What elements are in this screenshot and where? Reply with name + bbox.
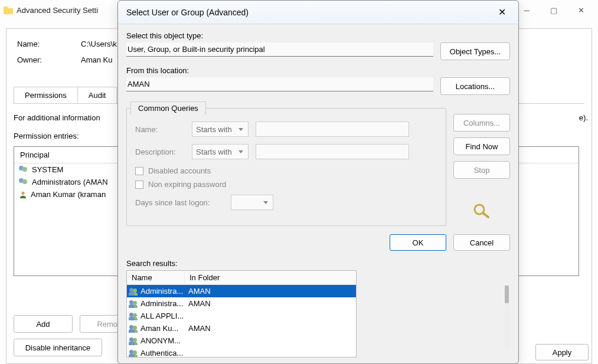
group-icon [19, 166, 28, 174]
result-folder: AMAN [185, 324, 356, 333]
days-since-logon-label: Days since last logon: [135, 198, 224, 207]
group-icon [19, 178, 28, 186]
result-name: Administra... [140, 287, 183, 296]
folder-icon [4, 6, 13, 14]
common-queries-tab[interactable]: Common Queries [130, 101, 206, 115]
user-icon [19, 191, 27, 199]
close-button[interactable]: ✕ [567, 1, 594, 19]
search-results-table[interactable]: Name In Folder Administra...AMANAdminist… [126, 270, 357, 358]
tab-permissions[interactable]: Permissions [14, 87, 78, 103]
object-type-label: Select this object type: [126, 31, 510, 40]
object-types-button[interactable]: Object Types... [440, 42, 510, 60]
days-combo[interactable] [231, 195, 273, 210]
principal-icon [129, 324, 138, 333]
disable-inheritance-button[interactable]: Disable inheritance [14, 339, 102, 356]
location-input[interactable] [126, 77, 433, 91]
results-scrollbar[interactable] [504, 284, 510, 349]
dialog-titlebar: Select User or Group (Advanced) ✕ [118, 1, 518, 24]
result-row[interactable]: Aman Ku...AMAN [127, 322, 356, 335]
principal-icon [129, 312, 138, 320]
result-row[interactable]: ALL APPLI... [127, 310, 356, 322]
entry-label: Aman Kumar (kraman [31, 190, 106, 199]
non-expiring-label: Non expiring password [148, 180, 226, 189]
locations-button[interactable]: Locations... [440, 77, 510, 95]
entry-label: SYSTEM [32, 165, 63, 174]
stop-button[interactable]: Stop [453, 161, 510, 179]
owner-label: Owner: [17, 55, 81, 64]
desc-combo[interactable]: Starts with [192, 144, 249, 159]
result-folder: AMAN [185, 287, 356, 296]
result-name: ALL APPLI... [140, 311, 184, 320]
name-filter-input[interactable] [256, 122, 409, 137]
window-controls: ─ ▢ ✕ [513, 1, 594, 19]
result-name: ANONYM... [140, 336, 181, 345]
disabled-accounts-checkbox[interactable] [135, 167, 143, 175]
ok-button[interactable]: OK [390, 234, 446, 251]
bg-window-title: Advanced Security Setti [17, 6, 98, 15]
maximize-button[interactable]: ▢ [540, 1, 567, 19]
result-name: Authentica... [140, 349, 183, 358]
dialog-title: Select User or Group (Advanced) [126, 8, 249, 17]
result-folder: AMAN [185, 299, 356, 308]
dialog-body: Select this object type: Object Types...… [118, 24, 518, 226]
common-queries-group: Common Queries Name: Starts with Descrip… [126, 108, 446, 226]
principal-icon [129, 300, 138, 308]
trailing-text: e). [579, 113, 588, 122]
result-name: Aman Ku... [140, 324, 178, 333]
col-name-header[interactable]: Name [127, 271, 185, 284]
name-label: Name: [17, 40, 81, 48]
result-row[interactable]: Authentica... [127, 347, 356, 358]
svg-line-2 [483, 213, 488, 217]
disabled-accounts-label: Disabled accounts [148, 166, 211, 175]
name-combo[interactable]: Starts with [192, 122, 249, 137]
owner-value: Aman Ku [81, 55, 112, 64]
result-name: Administra... [140, 299, 183, 308]
principal-icon [129, 287, 138, 296]
result-row[interactable]: ANONYM... [127, 335, 356, 347]
principal-icon [129, 337, 138, 345]
find-now-button[interactable]: Find Now [453, 137, 510, 155]
col-folder-header[interactable]: In Folder [185, 271, 356, 284]
cancel-button[interactable]: Cancel [453, 234, 510, 251]
svg-point-0 [21, 191, 24, 194]
scrollbar-thumb[interactable] [505, 286, 509, 303]
result-row[interactable]: Administra...AMAN [127, 285, 356, 297]
columns-button[interactable]: Columns... [453, 114, 510, 132]
entry-label: Administrators (AMAN [32, 178, 108, 186]
location-label: From this location: [126, 66, 510, 75]
principal-icon [129, 349, 138, 358]
search-results-label: Search results: [118, 259, 518, 270]
query-desc-label: Description: [135, 147, 185, 156]
result-row[interactable]: Administra...AMAN [127, 297, 356, 310]
select-user-dialog: Select User or Group (Advanced) ✕ Select… [117, 0, 519, 364]
tab-auditing[interactable]: Audit [77, 87, 117, 103]
name-value: C:\Users\k [81, 40, 117, 48]
search-icon [472, 202, 491, 221]
results-header: Name In Folder [127, 271, 356, 285]
non-expiring-checkbox[interactable] [135, 181, 143, 189]
add-button[interactable]: Add [14, 315, 73, 333]
query-name-label: Name: [135, 125, 185, 134]
object-type-input[interactable] [126, 42, 433, 57]
bg-tabs: Permissions Audit [14, 87, 116, 103]
desc-filter-input[interactable] [256, 144, 409, 159]
apply-button[interactable]: Apply [535, 344, 589, 360]
close-icon[interactable]: ✕ [494, 4, 510, 21]
